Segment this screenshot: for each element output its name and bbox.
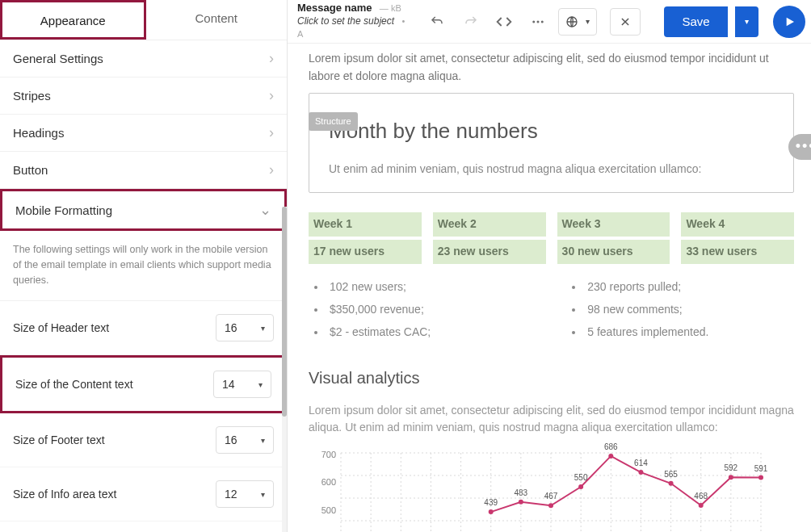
- row-label: Size of the Content text: [15, 378, 133, 391]
- svg-point-0: [532, 20, 535, 23]
- redo-button[interactable]: [457, 8, 485, 36]
- info-size-select[interactable]: 12 ▾: [216, 480, 274, 508]
- svg-text:614: 614: [634, 459, 648, 467]
- week-body: 23 new users: [433, 240, 546, 264]
- stats-columns: 102 new users; $350,000 revenue; $2 - es…: [309, 275, 794, 343]
- visual-analytics-title: Visual analytics: [309, 366, 794, 391]
- y-tick: 700: [309, 448, 336, 462]
- list-item: 102 new users;: [326, 275, 431, 298]
- structure-badge: Structure: [309, 112, 358, 131]
- editor-toolbar: Message name — kB Click to set the subje…: [288, 0, 811, 44]
- select-value: 16: [225, 434, 237, 446]
- list-item: 98 new comments;: [584, 298, 708, 320]
- chevron-right-icon: ›: [269, 87, 274, 104]
- caret-down-icon: ▾: [258, 380, 263, 389]
- week-head: Week 3: [557, 212, 670, 237]
- month-structure-block[interactable]: Month by the numbers Ut enim ad minim ve…: [309, 93, 794, 193]
- save-button[interactable]: Save: [664, 6, 727, 37]
- section-mobile-formatting[interactable]: Mobile Formatting ⌄: [0, 189, 287, 231]
- settings-panel: Appearance Content General Settings › St…: [0, 0, 288, 532]
- intro-paragraph: Lorem ipsum dolor sit amet, consectetur …: [309, 50, 794, 85]
- section-label: Button: [13, 163, 48, 177]
- list-item: 230 reports pulled;: [584, 275, 708, 298]
- week-column: Week 2 23 new users: [433, 212, 546, 263]
- svg-point-27: [519, 500, 523, 505]
- panel-scrollbar-thumb[interactable]: [282, 207, 287, 417]
- week-column: Week 4 33 new users: [681, 212, 794, 263]
- preview-button[interactable]: [773, 6, 805, 38]
- svg-point-34: [729, 475, 733, 480]
- stats-list-right: 230 reports pulled; 98 new comments; 5 f…: [584, 275, 708, 343]
- section-headings[interactable]: Headings ›: [0, 115, 287, 152]
- visual-analytics-desc: Lorem ipsum dolor sit amet, consectetur …: [309, 402, 794, 437]
- block-actions-handle[interactable]: •••: [788, 134, 811, 160]
- svg-text:467: 467: [544, 492, 558, 501]
- close-button[interactable]: [610, 8, 641, 36]
- list-item: $350,000 revenue;: [326, 298, 431, 320]
- select-value: 12: [225, 488, 237, 501]
- svg-point-33: [699, 503, 704, 508]
- chart-y-ticks: 700 600 500 400: [309, 448, 336, 532]
- chevron-right-icon: ›: [269, 50, 274, 67]
- select-value: 14: [222, 378, 235, 391]
- section-label: Headings: [13, 126, 64, 140]
- analytics-chart: 700 600 500 400 439483467550686614565468…: [309, 448, 761, 532]
- row-menu-font-size: «Menu» items font size 16 ▾: [0, 522, 287, 532]
- chevron-right-icon: ›: [269, 161, 274, 178]
- email-canvas[interactable]: Lorem ipsum dolor sit amet, consectetur …: [288, 44, 811, 532]
- svg-point-31: [638, 470, 643, 475]
- svg-text:686: 686: [604, 442, 618, 451]
- row-info-text-size: Size of Info area text 12 ▾: [0, 467, 287, 522]
- section-label: Stripes: [13, 89, 51, 103]
- code-view-button[interactable]: [491, 8, 519, 36]
- content-size-select[interactable]: 14 ▾: [213, 371, 271, 398]
- week-head: Week 2: [433, 212, 546, 237]
- svg-text:550: 550: [574, 473, 588, 482]
- panel-tabs: Appearance Content: [0, 0, 287, 40]
- week-column: Week 1 17 new users: [309, 212, 422, 263]
- chevron-down-icon: ⌄: [259, 201, 271, 219]
- svg-point-30: [608, 454, 613, 459]
- chart-plot: 439483467550686614565468592591: [341, 451, 761, 532]
- section-button[interactable]: Button ›: [0, 152, 287, 189]
- svg-point-35: [758, 475, 763, 480]
- stats-list-left: 102 new users; $350,000 revenue; $2 - es…: [326, 275, 431, 343]
- row-header-text-size: Size of Header text 16 ▾: [0, 301, 287, 355]
- panel-scrollbar[interactable]: [282, 207, 287, 532]
- footer-size-select[interactable]: 16 ▾: [216, 426, 274, 454]
- undo-button[interactable]: [423, 8, 451, 36]
- more-actions-button[interactable]: [524, 8, 552, 36]
- caret-down-icon: ▾: [261, 324, 265, 333]
- svg-point-28: [548, 503, 553, 508]
- tab-content[interactable]: Content: [146, 0, 288, 40]
- svg-text:591: 591: [754, 464, 768, 473]
- header-size-select[interactable]: 16 ▾: [216, 314, 274, 341]
- week-column: Week 3 30 new users: [557, 212, 670, 263]
- svg-text:483: 483: [515, 488, 528, 497]
- chevron-right-icon: ›: [269, 124, 274, 141]
- section-stripes[interactable]: Stripes ›: [0, 77, 287, 115]
- row-footer-text-size: Size of Footer text 16 ▾: [0, 413, 287, 467]
- tab-appearance[interactable]: Appearance: [0, 0, 146, 40]
- caret-down-icon: ▾: [586, 17, 590, 26]
- svg-point-29: [578, 484, 583, 489]
- language-menu[interactable]: ▾: [558, 8, 597, 36]
- weeks-grid: Week 1 17 new users Week 2 23 new users …: [309, 212, 794, 263]
- message-meta[interactable]: Message name — kB Click to set the subje…: [297, 2, 412, 40]
- list-item: $2 - estimates CAC;: [326, 320, 431, 343]
- month-title: Month by the numbers: [329, 115, 774, 147]
- week-body: 30 new users: [557, 240, 670, 264]
- caret-down-icon: ▾: [261, 436, 265, 445]
- svg-text:565: 565: [664, 470, 678, 479]
- y-tick: 500: [309, 504, 336, 517]
- week-body: 17 new users: [309, 240, 422, 264]
- save-menu-button[interactable]: ▾: [735, 6, 759, 37]
- svg-text:592: 592: [725, 463, 738, 472]
- section-general-settings[interactable]: General Settings ›: [0, 40, 287, 77]
- svg-point-26: [489, 509, 494, 514]
- svg-text:468: 468: [694, 492, 708, 501]
- caret-down-icon: ▾: [261, 490, 265, 499]
- svg-point-32: [669, 481, 674, 486]
- svg-text:439: 439: [484, 498, 498, 507]
- svg-point-2: [541, 20, 544, 23]
